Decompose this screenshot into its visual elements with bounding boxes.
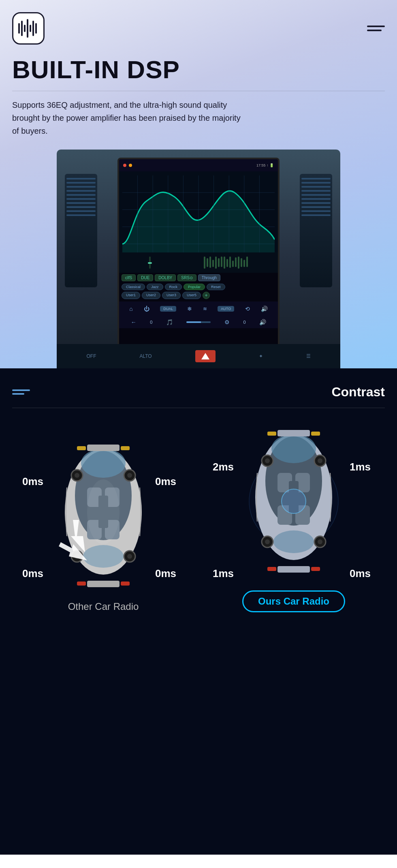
page-title: BUILT-IN DSP	[12, 56, 385, 83]
svg-point-51	[273, 530, 314, 553]
other-timing-tl: 0ms	[22, 475, 43, 488]
ours-timing-br: 0ms	[350, 567, 371, 580]
ours-car-comparison: 2ms 1ms 1ms 0ms	[209, 424, 379, 612]
ours-car-topview	[237, 424, 350, 578]
lines-icon-line1	[12, 389, 30, 391]
ours-timing-tl: 2ms	[213, 461, 234, 473]
svg-point-50	[271, 434, 316, 463]
hamburger-line-1	[367, 26, 385, 27]
svg-rect-66	[277, 430, 310, 436]
svg-point-64	[318, 539, 322, 544]
svg-point-22	[81, 449, 126, 478]
ours-timing-bl: 1ms	[213, 567, 234, 580]
svg-rect-69	[311, 432, 320, 436]
app-logo	[12, 12, 45, 45]
cars-comparison-row: 0ms 0ms 0ms 0ms	[12, 424, 385, 612]
svg-point-32	[127, 473, 132, 478]
contrast-header: Contrast	[12, 385, 385, 400]
other-timing-bl: 0ms	[22, 567, 43, 580]
svg-point-23	[83, 545, 124, 568]
svg-rect-38	[87, 445, 120, 451]
svg-rect-40	[77, 446, 86, 450]
svg-rect-67	[277, 566, 310, 573]
svg-point-37	[87, 479, 120, 544]
ours-timing-tr: 1ms	[350, 461, 371, 473]
svg-rect-39	[87, 581, 120, 587]
svg-rect-70	[267, 567, 276, 571]
ours-car-label-area: Ours Car Radio	[209, 586, 379, 612]
svg-point-65	[282, 489, 306, 513]
other-car-label: Other Car Radio	[68, 601, 139, 612]
other-car-comparison: 0ms 0ms 0ms 0ms	[18, 439, 188, 612]
svg-rect-4	[30, 25, 31, 32]
svg-rect-3	[27, 19, 28, 38]
contrast-title: Contrast	[331, 385, 385, 400]
other-timing-br: 0ms	[155, 567, 176, 580]
hamburger-menu[interactable]	[367, 26, 385, 31]
svg-point-58	[265, 458, 270, 463]
bottom-section: Contrast 0ms 0ms 0ms 0ms	[0, 368, 397, 855]
svg-rect-5	[32, 21, 34, 36]
svg-point-30	[75, 473, 79, 478]
ours-car-radio-button[interactable]: Ours Car Radio	[242, 590, 345, 612]
svg-rect-1	[21, 21, 23, 36]
section-lines-icon	[12, 389, 30, 395]
eq-slider[interactable]	[149, 257, 151, 269]
other-car-label-area: Other Car Radio	[18, 601, 188, 612]
svg-rect-42	[77, 582, 86, 586]
svg-rect-0	[18, 23, 20, 34]
svg-rect-2	[24, 25, 26, 32]
lines-icon-line2	[12, 393, 24, 395]
title-divider	[12, 91, 385, 91]
eq-graph	[122, 175, 275, 252]
svg-rect-68	[267, 432, 276, 436]
svg-rect-41	[121, 446, 130, 450]
other-timing-tr: 0ms	[155, 475, 176, 488]
svg-point-60	[318, 458, 322, 463]
top-section: BUILT-IN DSP Supports 36EQ adjustment, a…	[0, 0, 397, 368]
subtitle-text: Supports 36EQ adjustment, and the ultra-…	[12, 98, 247, 137]
header-row	[12, 12, 385, 45]
car-interior-mockup: 17:55 ↑ 🔋	[57, 150, 340, 368]
svg-rect-43	[121, 582, 130, 586]
svg-rect-6	[35, 23, 37, 34]
logo-icon	[17, 17, 39, 39]
contrast-divider	[12, 408, 385, 408]
svg-point-62	[265, 539, 270, 544]
svg-point-36	[127, 554, 132, 559]
svg-rect-71	[311, 567, 320, 571]
other-car-topview	[47, 439, 160, 593]
car-radio-image: 17:55 ↑ 🔋	[12, 150, 385, 368]
hamburger-line-2	[367, 30, 382, 31]
